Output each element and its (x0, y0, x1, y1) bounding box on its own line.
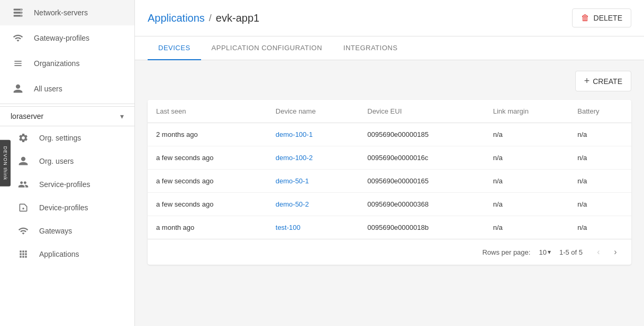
cell-device-eui: 0095690e0000016c (359, 146, 485, 170)
create-button-label: CREATE (593, 77, 622, 86)
sidebar-label-organizations: Organizations (34, 59, 124, 68)
cell-device-eui: 0095690e0000018b (359, 216, 485, 239)
cell-last-seen: a few seconds ago (148, 170, 267, 193)
cell-battery: n/a (569, 123, 631, 146)
sidebar-label-all-users: All users (34, 85, 124, 93)
person-gear-icon (16, 179, 31, 190)
sidebar-item-service-profiles[interactable]: Service-profiles (0, 173, 134, 196)
tab-devices[interactable]: DEVICES (148, 36, 201, 60)
cell-device-name: test-100 (267, 216, 359, 239)
cell-device-eui: 0095690e00000368 (359, 193, 485, 216)
grid-icon (16, 249, 31, 259)
cell-last-seen: a month ago (148, 216, 267, 239)
sidebar-label-applications: Applications (39, 250, 79, 258)
table-row: a few seconds ago demo-50-2 0095690e0000… (148, 193, 631, 216)
chevron-down-icon: ▾ (120, 112, 124, 120)
svg-point-4 (21, 12, 22, 13)
cell-battery: n/a (569, 146, 631, 170)
svg-point-3 (21, 9, 22, 10)
cell-battery: n/a (569, 170, 631, 193)
col-device-eui: Device EUI (359, 100, 485, 123)
cell-battery: n/a (569, 193, 631, 216)
devon-think-tab[interactable]: DEVON think (0, 139, 11, 187)
col-device-name: Device name (267, 100, 359, 123)
cell-battery: n/a (569, 216, 631, 239)
breadcrumb: Applications / evk-app1 (148, 12, 259, 24)
create-button[interactable]: + CREATE (575, 71, 631, 91)
tabs-bar: DEVICES APPLICATION CONFIGURATION INTEGR… (135, 36, 644, 60)
rows-per-page-select[interactable]: 10 ▾ (539, 248, 550, 256)
breadcrumb-separator: / (209, 13, 212, 24)
rows-dropdown-icon: ▾ (548, 248, 551, 256)
rows-per-page-label: Rows per page: (482, 248, 530, 256)
cell-link-margin: n/a (485, 146, 569, 170)
cell-device-name: demo-50-1 (267, 170, 359, 193)
prev-page-button[interactable]: ‹ (591, 245, 606, 259)
pagination-nav: ‹ › (591, 245, 623, 259)
pagination-info: 1-5 of 5 (559, 248, 583, 256)
sidebar-label-gateways: Gateways (39, 227, 72, 235)
sidebar-label-org-settings: Org. settings (39, 134, 81, 142)
cell-link-margin: n/a (485, 193, 569, 216)
org-selector[interactable]: loraserver ▾ (0, 106, 134, 126)
next-page-button[interactable]: › (608, 245, 623, 259)
table-row: a few seconds ago demo-100-2 0095690e000… (148, 146, 631, 170)
table-row: 2 months ago demo-100-1 0095690e00000185… (148, 123, 631, 146)
server-icon (11, 7, 25, 18)
col-last-seen: Last seen (148, 100, 267, 123)
cell-device-name: demo-100-1 (267, 123, 359, 146)
cell-device-name: demo-50-2 (267, 193, 359, 216)
breadcrumb-applications-link[interactable]: Applications (148, 12, 205, 24)
header: Applications / evk-app1 🗑 DELETE (135, 0, 644, 36)
sidebar-label-network-servers: Network-servers (34, 8, 124, 17)
cell-link-margin: n/a (485, 216, 569, 239)
breadcrumb-current: evk-app1 (216, 12, 259, 24)
gear-icon (16, 133, 31, 143)
table-row: a month ago test-100 0095690e0000018b n/… (148, 216, 631, 239)
main-content: Applications / evk-app1 🗑 DELETE DEVICES… (135, 0, 644, 326)
pagination: Rows per page: 10 ▾ 1-5 of 5 ‹ › (148, 239, 631, 265)
cell-last-seen: 2 months ago (148, 123, 267, 146)
cell-device-name: demo-100-2 (267, 146, 359, 170)
sidebar-item-org-users[interactable]: Org. users (0, 150, 134, 173)
sidebar-item-organizations[interactable]: Organizations (0, 51, 134, 76)
table-row: a few seconds ago demo-50-1 0095690e0000… (148, 170, 631, 193)
sidebar-label-gateway-profiles: Gateway-profiles (34, 34, 124, 42)
svg-point-5 (21, 15, 22, 16)
cell-last-seen: a few seconds ago (148, 146, 267, 170)
sidebar-item-network-servers[interactable]: Network-servers (0, 0, 134, 25)
create-bar: + CREATE (148, 71, 631, 91)
delete-button[interactable]: 🗑 DELETE (572, 8, 631, 27)
devices-table: Last seen Device name Device EUI Link ma… (148, 100, 631, 265)
org-name: loraserver (11, 112, 120, 120)
sidebar-item-gateway-profiles[interactable]: Gateway-profiles (0, 25, 134, 51)
sidebar-label-device-profiles: Device-profiles (39, 203, 88, 212)
cell-device-eui: 0095690e00000185 (359, 123, 485, 146)
sidebar: Network-servers Gateway-profiles Organiz… (0, 0, 135, 326)
cell-device-eui: 0095690e00000165 (359, 170, 485, 193)
plus-icon: + (584, 76, 590, 87)
col-link-margin: Link margin (485, 100, 569, 123)
tab-integrations[interactable]: INTEGRATIONS (333, 36, 409, 60)
content-area: + CREATE Last seen Device name Device EU… (135, 60, 644, 326)
sidebar-item-all-users[interactable]: All users (0, 76, 134, 101)
sidebar-item-gateways[interactable]: Gateways (0, 219, 134, 243)
delete-icon: 🗑 (581, 13, 589, 23)
cell-link-margin: n/a (485, 123, 569, 146)
wifi-icon-top (11, 33, 25, 43)
sidebar-item-applications[interactable]: Applications (0, 243, 134, 266)
device-icon (16, 202, 31, 213)
col-battery: Battery (569, 100, 631, 123)
sidebar-label-org-users: Org. users (39, 157, 74, 165)
user-icon (11, 83, 25, 94)
org-icon (11, 58, 25, 69)
cell-last-seen: a few seconds ago (148, 193, 267, 216)
sidebar-label-service-profiles: Service-profiles (39, 180, 90, 189)
sidebar-item-device-profiles[interactable]: Device-profiles (0, 196, 134, 219)
cell-link-margin: n/a (485, 170, 569, 193)
sidebar-divider (0, 104, 134, 104)
delete-button-label: DELETE (594, 14, 622, 22)
tab-application-configuration[interactable]: APPLICATION CONFIGURATION (201, 36, 333, 60)
sidebar-item-org-settings[interactable]: Org. settings (0, 126, 134, 150)
gateway-icon (16, 226, 31, 236)
